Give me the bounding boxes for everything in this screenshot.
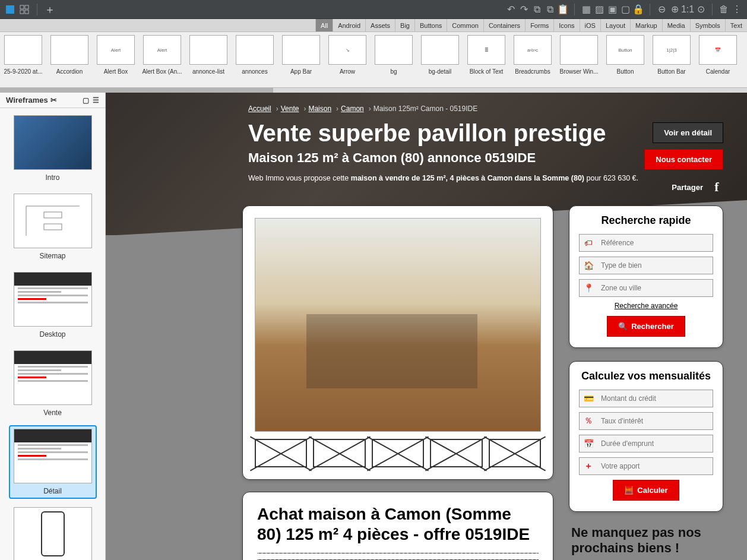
shelf-item[interactable]: annonces	[232, 32, 278, 87]
shelf-item[interactable]: App Bar	[278, 32, 324, 87]
wireframe-item-vente[interactable]: Vente	[9, 347, 97, 420]
send-back-icon[interactable]: ▢	[620, 4, 631, 15]
more-icon[interactable]: ⋮	[732, 4, 742, 15]
redo-icon[interactable]: ↷	[518, 4, 529, 15]
gallery-main-image[interactable]	[255, 218, 541, 432]
sidebar-list-view-icon[interactable]: ☰	[93, 96, 99, 105]
shelf-item[interactable]: 📅Calendar	[695, 32, 741, 87]
search-button[interactable]: 🔍 Rechercher	[607, 316, 685, 337]
tag-icon: 🏷	[580, 238, 597, 248]
delete-icon[interactable]: 🗑	[718, 4, 729, 15]
credit-input[interactable]	[597, 394, 713, 403]
calc-button[interactable]: 🧮 Calculer	[613, 480, 679, 501]
add-icon[interactable]: ＋	[45, 4, 55, 15]
lorem-placeholder	[257, 551, 539, 560]
svg-rect-7	[44, 212, 62, 218]
page-title: Vente superbe pavillon prestige	[248, 120, 711, 147]
gallery-thumb[interactable]	[255, 439, 307, 467]
paste-icon[interactable]: ⧉	[545, 4, 555, 15]
shelf-item[interactable]: Browser Win...	[556, 32, 602, 87]
wireframe-item-mobile[interactable]: Mobile	[9, 504, 97, 560]
filter-tab-markup[interactable]: Markup	[630, 19, 662, 31]
filter-tab-layout[interactable]: Layout	[600, 19, 630, 31]
shelf-item[interactable]: annonce-list	[185, 32, 232, 87]
filter-tab-icons[interactable]: Icons	[553, 19, 579, 31]
breadcrumb: Accueil›Vente›Maison›Camon›Maison 125m² …	[248, 105, 711, 113]
clipboard-icon[interactable]: 📋	[558, 4, 568, 15]
shelf-scrollbar[interactable]	[0, 88, 747, 93]
wireframe-item-desktop[interactable]: Desktop	[9, 268, 97, 342]
filter-tab-text[interactable]: Text	[725, 19, 747, 31]
filter-tab-buttons[interactable]: Buttons	[414, 19, 447, 31]
search-panel: Recherche rapide 🏷 🏠 📍	[569, 205, 723, 348]
zoom-actual-icon[interactable]: ⊙	[695, 4, 706, 15]
shelf-item[interactable]: ≣Block of Text	[463, 32, 509, 87]
crumb-link[interactable]: Vente	[281, 105, 299, 113]
shelf-item[interactable]: ButtonButton	[602, 32, 648, 87]
shelf-item[interactable]: 25-9-2020 at...	[0, 32, 46, 87]
ungroup-icon[interactable]: ▨	[594, 4, 604, 15]
shelf-item[interactable]: 1|2|3Button Bar	[648, 32, 695, 87]
filter-tab-containers[interactable]: Containers	[483, 19, 525, 31]
wireframe-item-intro[interactable]: Intro	[9, 112, 97, 185]
copy-icon[interactable]: ⧉	[531, 4, 542, 15]
view-grid-icon[interactable]	[19, 4, 30, 15]
crumb-link[interactable]: Accueil	[248, 105, 271, 113]
filter-tab-ios[interactable]: iOS	[580, 19, 600, 31]
svg-rect-3	[20, 10, 24, 14]
undo-icon[interactable]: ↶	[505, 4, 516, 15]
wireframes-branch-icon: ✂	[50, 96, 57, 105]
zoom-out-icon[interactable]: ⊖	[656, 4, 667, 15]
own-input[interactable]	[597, 462, 713, 470]
duration-input[interactable]	[597, 439, 713, 448]
filter-tab-big[interactable]: Big	[395, 19, 414, 31]
shelf-item[interactable]: ↘Arrow	[324, 32, 371, 87]
filter-tab-assets[interactable]: Assets	[365, 19, 395, 31]
gallery-card	[242, 205, 553, 480]
gallery-thumb[interactable]	[489, 439, 541, 467]
shelf-item[interactable]: bg-detail	[417, 32, 463, 87]
crumb-link[interactable]: Maison	[308, 105, 331, 113]
view-detail-button[interactable]: Voir en détail	[653, 122, 723, 143]
wireframe-item-sitemap[interactable]: Sitemap	[9, 190, 97, 264]
sidebar-thumb-view-icon[interactable]: ▢	[83, 96, 89, 105]
svg-rect-8	[44, 224, 62, 230]
svg-rect-0	[6, 5, 14, 14]
contact-button[interactable]: Nous contacter	[644, 149, 723, 170]
facebook-icon[interactable]: f	[710, 181, 723, 194]
shelf-item[interactable]: Accordion	[46, 32, 93, 87]
group-icon[interactable]: ▦	[581, 4, 591, 15]
gallery-thumb[interactable]	[313, 439, 365, 467]
filter-tab-symbols[interactable]: Symbols	[690, 19, 725, 31]
filter-tab-forms[interactable]: Forms	[525, 19, 553, 31]
filter-tab-media[interactable]: Media	[662, 19, 690, 31]
view-single-icon[interactable]	[5, 4, 15, 15]
reference-input[interactable]	[597, 239, 713, 247]
rate-input[interactable]	[597, 417, 713, 425]
shelf-item[interactable]: AlertAlert Box	[93, 32, 139, 87]
gallery-thumb[interactable]	[372, 439, 424, 467]
zoom-in-icon[interactable]: ⊕	[669, 4, 680, 15]
advanced-search-link[interactable]: Recherche avancée	[579, 302, 713, 310]
svg-rect-2	[25, 5, 29, 9]
calculator-icon: 🧮	[624, 486, 634, 495]
svg-rect-1	[20, 5, 24, 9]
bring-front-icon[interactable]: ▣	[607, 4, 618, 15]
crumb-current: Maison 125m² Camon - 0519IDE	[374, 105, 477, 113]
zone-input[interactable]	[597, 284, 713, 292]
shelf-item[interactable]: bg	[371, 32, 417, 87]
share-label: Partager	[672, 183, 703, 192]
lock-icon[interactable]: 🔒	[633, 4, 644, 15]
filter-tab-common[interactable]: Common	[447, 19, 483, 31]
shelf-item[interactable]: a›b›cBreadcrumbs	[509, 32, 556, 87]
filter-tab-android[interactable]: Android	[333, 19, 365, 31]
wireframe-item-détail[interactable]: Détail	[9, 425, 97, 499]
crumb-link[interactable]: Camon	[341, 105, 364, 113]
shelf-item[interactable]: AlertAlert Box (An...	[139, 32, 185, 87]
calc-title: Calculez vos mensualités	[579, 370, 713, 382]
gallery-thumb[interactable]	[430, 439, 482, 467]
type-input[interactable]	[597, 261, 713, 270]
filter-tab-all[interactable]: All	[315, 19, 333, 31]
zoom-fit-icon[interactable]: 1:1	[682, 4, 693, 15]
search-title: Recherche rapide	[579, 214, 713, 227]
